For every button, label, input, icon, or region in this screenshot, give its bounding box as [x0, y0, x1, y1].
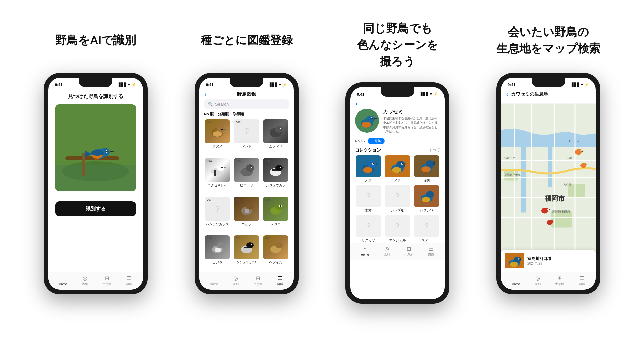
- phone-2-content: 001 スズメ 002 ? ドバト: [199, 119, 294, 272]
- bird-detail-meta: No.15 生息地: [350, 138, 445, 147]
- nav-identify-2[interactable]: ◎ 識別: [233, 275, 239, 286]
- nav-habitat-4[interactable]: ⊞ 生息地: [555, 275, 564, 286]
- phone-1-status-icons: ▋▋▋ ▾ ⚡: [119, 83, 136, 87]
- column-4: 会いたい野鳥の 生息地をマップ検索 9:41 ▋▋▋ ▾ ⚡ ‹ カワセミの生息…: [478, 20, 619, 294]
- list-item: 011 シジュウカラ2: [233, 235, 260, 272]
- svg-point-8: [91, 150, 104, 156]
- map-container[interactable]: 福岡市 筑前二丈 キャナル 天神 福岡市博物館 大公園 福岡市動植物園: [501, 99, 596, 272]
- collection-thumb-male[interactable]: [356, 155, 381, 177]
- nav-home-4[interactable]: ⌂ Home: [512, 276, 520, 286]
- home-icon-3: ⌂: [363, 246, 367, 252]
- nav-identify-label: 識別: [82, 282, 88, 286]
- collection-label-courtship: 求愛: [365, 208, 372, 213]
- nav-habitat-label-3: 生息地: [404, 253, 413, 257]
- tab-acquired-order[interactable]: 取得順: [233, 112, 244, 117]
- svg-point-35: [275, 165, 283, 171]
- habitat-icon-4: ⊞: [557, 275, 562, 281]
- collection-thumb-suah[interactable]: ?: [414, 215, 439, 237]
- identify-icon: ◎: [83, 275, 87, 281]
- nav-field-guide-3[interactable]: ☰ 図鑑: [428, 246, 434, 257]
- bird-thumb-tit2: 010: [205, 235, 230, 259]
- nav-identify-4[interactable]: ◎ 識別: [535, 275, 541, 286]
- bird-detail-header: カワセミ 水辺に生息する色鮮やかな鳥。主に魚や小エビを主食とし、清流域だけでなく…: [350, 109, 445, 138]
- list-item: ? カップル: [384, 185, 411, 213]
- nav-field-guide-1[interactable]: ☰ 図鑑: [126, 275, 132, 286]
- phone-2-notch: [230, 78, 263, 87]
- back-button-3[interactable]: ‹: [356, 101, 357, 107]
- collection-thumb-angel[interactable]: ?: [385, 215, 410, 237]
- collection-label-hasukawa: ハスカワ: [420, 208, 433, 213]
- nav-field-guide-label-3: 図鑑: [428, 253, 434, 257]
- bird-thumb-unknown-2: 007 ?: [205, 197, 230, 221]
- nav-field-guide-2[interactable]: ☰ 図鑑: [277, 275, 283, 286]
- collection-all[interactable]: すべて: [429, 147, 440, 153]
- phone-3-status-icons: ▋▋▋ ▾ ⚡: [421, 92, 438, 96]
- search-bar[interactable]: 🔍 Search: [204, 99, 289, 109]
- nav-habitat-1[interactable]: ⊞ 生息地: [102, 275, 111, 286]
- list-item: 012 ウグイス: [262, 235, 289, 272]
- collection-label-suah: スアー: [422, 238, 432, 243]
- svg-point-119: [550, 220, 553, 223]
- nav-identify-1[interactable]: ◎ 識別: [82, 275, 88, 286]
- phone-2-bottom-nav: ⌂ Home ◎ 識別 ⊞ 生息地 ☰ 図鑑: [199, 272, 294, 290]
- tab-category-order[interactable]: 分類順: [218, 112, 229, 117]
- collection-thumb-female[interactable]: [385, 155, 410, 177]
- svg-point-53: [251, 244, 252, 245]
- nav-habitat-3[interactable]: ⊞ 生息地: [404, 246, 413, 257]
- list-item: 010 コガラ: [204, 235, 231, 272]
- home-icon: ⌂: [61, 276, 65, 282]
- nav-habitat-2[interactable]: ⊞ 生息地: [253, 275, 262, 286]
- phone-3: 9:41 ▋▋▋ ▾ ⚡ ‹: [345, 82, 449, 304]
- collection-thumb-courtship[interactable]: ?: [356, 185, 381, 207]
- column-4-title: 会いたい野鳥の 生息地をマップ検索: [496, 20, 600, 60]
- bird-name-warbler: ウグイス: [269, 260, 282, 265]
- list-item: 007 ? ハシボソガラス: [204, 197, 231, 233]
- nav-home-label-3: Home: [361, 253, 369, 256]
- phone-4-header: ‹ カワセミの生息地: [501, 90, 596, 99]
- phone-4-header-title: カワセミの生息地: [511, 91, 548, 97]
- svg-point-22: [280, 128, 281, 129]
- phone-4-notch: [532, 78, 565, 87]
- habitat-badge[interactable]: 生息地: [368, 138, 385, 144]
- nav-home-1[interactable]: ⌂ Home: [59, 276, 67, 286]
- collection-thumb-sakukawa[interactable]: ?: [356, 215, 381, 237]
- identify-button[interactable]: 識別する: [55, 201, 136, 216]
- nav-home-2[interactable]: ⌂ Home: [210, 276, 218, 286]
- svg-text:筑前二丈: 筑前二丈: [504, 157, 515, 160]
- list-item: ? サクカワ: [355, 215, 382, 243]
- identify-icon-2: ◎: [233, 275, 238, 281]
- list-item: 009 メジロ: [262, 197, 289, 233]
- bird-name-tit2: コガラ: [212, 260, 222, 265]
- back-button-4[interactable]: ‹: [506, 91, 508, 97]
- nav-identify-3[interactable]: ◎ 識別: [384, 246, 390, 257]
- collection-thumb-couple[interactable]: ?: [385, 185, 410, 207]
- field-guide-icon-3: ☰: [429, 246, 433, 252]
- svg-point-36: [280, 167, 281, 168]
- field-guide-icon-2: ☰: [278, 275, 282, 281]
- page-container: 野鳥をAIで識別 9:41 ▋▋▋ ▾ ⚡ 見つけた野鳥を識別する: [0, 0, 644, 362]
- list-item: 002 ? ドバト: [233, 119, 260, 156]
- collection-label-couple: カップル: [391, 208, 404, 213]
- nav-home-3[interactable]: ⌂ Home: [361, 246, 369, 256]
- list-item: 005 ヒヨドリ: [233, 158, 260, 194]
- map-info-card[interactable]: 室見川河口域 2024/4/29: [501, 250, 596, 272]
- phone-1-inner: 9:41 ▋▋▋ ▾ ⚡ 見つけた野鳥を識別する: [48, 78, 143, 290]
- phone-4: 9:41 ▋▋▋ ▾ ⚡ ‹ カワセミの生息地: [496, 73, 600, 294]
- collection-thumb-fishing[interactable]: [414, 155, 439, 177]
- bird-number: 001: [207, 121, 212, 124]
- svg-point-116: [547, 209, 548, 210]
- bird-name-starling: ムクドリ: [269, 144, 282, 149]
- svg-point-25: [217, 165, 224, 171]
- collection-thumb-hasukawa[interactable]: [414, 185, 439, 207]
- phone-4-time: 9:41: [508, 83, 515, 87]
- svg-marker-28: [224, 167, 227, 168]
- bird-number: 009: [265, 198, 270, 201]
- svg-point-39: [246, 204, 254, 210]
- collection-label-male: オス: [365, 178, 372, 183]
- tab-number-order[interactable]: No.順: [204, 112, 214, 117]
- back-button-2[interactable]: ‹: [205, 91, 206, 97]
- nav-field-guide-4[interactable]: ☰ 図鑑: [579, 275, 585, 286]
- svg-point-125: [519, 258, 520, 259]
- bird-name-pigeon: ドバト: [241, 144, 252, 149]
- list-item: メス: [384, 155, 411, 183]
